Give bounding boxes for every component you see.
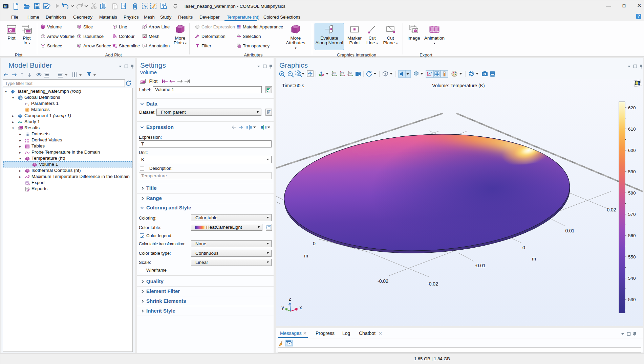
- svg-text:y: y: [281, 305, 284, 310]
- svg-text:x: x: [299, 305, 302, 310]
- svg-text:610: 610: [628, 127, 636, 132]
- svg-text:570: 570: [628, 212, 636, 217]
- svg-text:-0.02: -0.02: [427, 281, 438, 287]
- svg-text:0: 0: [522, 245, 525, 250]
- svg-text:600: 600: [628, 148, 636, 153]
- svg-text:530: 530: [628, 297, 636, 302]
- svg-text:0: 0: [313, 241, 316, 246]
- svg-text:xy: xy: [333, 71, 336, 74]
- svg-text:yz: yz: [341, 71, 344, 74]
- svg-text:620: 620: [628, 105, 636, 110]
- svg-text:0.02: 0.02: [607, 207, 616, 212]
- svg-text:590: 590: [628, 169, 636, 174]
- svg-text:m: m: [532, 256, 536, 261]
- svg-text:550: 550: [628, 254, 636, 259]
- svg-text:-0.01: -0.01: [475, 263, 486, 268]
- svg-text:Volume: Temperature (K): Volume: Temperature (K): [432, 83, 485, 88]
- svg-text:580: 580: [628, 190, 636, 196]
- svg-text:560: 560: [628, 233, 636, 238]
- svg-text:Time=60 s: Time=60 s: [282, 83, 304, 88]
- svg-text:540: 540: [628, 276, 636, 281]
- svg-text:m: m: [304, 253, 308, 258]
- svg-text:z: z: [288, 296, 291, 302]
- svg-text:0.01: 0.01: [565, 228, 574, 233]
- svg-text:xz: xz: [349, 71, 352, 74]
- svg-text:-0.02: -0.02: [378, 278, 388, 284]
